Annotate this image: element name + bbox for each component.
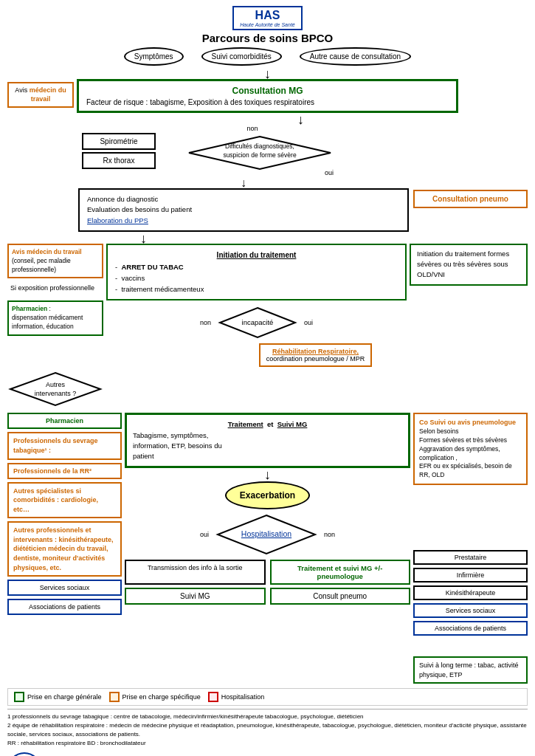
cosuivi-title: Co Suivi ou avis pneumologue [419,418,522,427]
hospitalisation-row: oui Hospitalisation non [125,512,410,557]
entry-symptomes: Symptômes [124,47,184,66]
header: HAS Haute Autorité de Santé Parcours de … [7,6,528,44]
transmission-box: Transmission des info à la sortie [125,560,266,585]
consult-mg-subtitle: Facteur de risque : tabagisme, Expositio… [86,98,449,106]
rehab-box: Réhabilitation Respiratoire, coordinatio… [259,343,373,367]
svg-text:Difficultés diagnostiques,: Difficultés diagnostiques, [225,142,294,150]
legend-hospitalisation: Hospitalisation [208,692,265,702]
svg-text:Autres: Autres [46,381,66,388]
diagnostic-row: ↓ Annonce du diagnostic Evaluation des b… [7,179,528,232]
rehab-subtitle: coordination pneumologue / MPR [266,355,365,362]
initiation-title: Initiation du traitement [115,250,398,261]
traitement-label: Traitement [228,420,263,428]
si-exposition-label: Si exposition professionnelle [10,284,103,292]
cosuivi-box: Co Suivi ou avis pneumologue Selon besoi… [413,413,528,485]
assoc-patients-right-box: Associations de patients [413,621,528,636]
entry-autre-cause: Autre cause de consultation [300,47,411,66]
traitement-medicamenteux: traitement médicamenteux [121,285,204,293]
kinesitherapeute-box: Kinésithérapeute [413,585,528,600]
exacerbation-box: Exacerbation [225,481,310,509]
arret-tabac: ARRET DU TABAC [121,263,183,271]
rehab-row: Réhabilitation Respiratoire, coordinatio… [7,343,528,367]
legend: Prise en charge générale Prise en charge… [7,688,528,706]
consult-pneumo-box: Consultation pneumo [413,190,528,208]
diagnostic-box: Annonce du diagnostic Evaluation des bes… [78,188,409,232]
traitement-suivi-mg-box: Traitement et suivi MG +/- pneumologue [270,560,411,585]
initiation-row: Avis médecin du travail (conseil, pec ma… [7,244,528,341]
services-sociaux-right-box: Services sociaux [413,603,528,618]
legend-hospitalisation-label: Hospitalisation [221,693,265,701]
center-panel: Traitement et Suivi MG Tabagisme, symptô… [125,413,410,684]
oui3-label: oui [200,531,209,538]
legend-red-box [208,692,218,702]
top-entries: Symptômes Suivi comorbidités Autre cause… [7,47,528,66]
left-panel: Pharmacien Professionnels du sevrage tab… [7,413,122,684]
right-panel: Co Suivi ou avis pneumologue Selon besoi… [413,413,528,684]
oui1-label: oui [186,169,334,176]
consult-mg-row: Avis médecin du travail Consultation MG … [7,79,528,113]
legend-specifique: Prise en charge spécifique [109,692,201,702]
autres-specialistes-box: Autres spécialistes si comorbidités : ca… [7,482,122,519]
incapacite-row: non incapacité oui [106,305,407,340]
legend-orange-box [109,692,120,702]
main-bottom-section: Pharmacien Professionnels du sevrage tab… [7,413,528,684]
rx-thorax-box: Rx thorax [82,152,156,169]
rehab-title: Réhabilitation Respiratoire, [272,348,359,355]
autres-intervenants-row: Autres intervenants ? [7,370,528,410]
has-subtitle: Haute Autorité de Santé [240,22,294,27]
autres-professionnels-box: Autres professionnels et intervenants : … [7,521,122,577]
svg-text:Hospitalisation: Hospitalisation [241,529,291,538]
svg-marker-5 [10,373,100,405]
oui2-label: oui [304,319,313,326]
arrow-to-diag: ↓ [78,179,409,187]
suivi-mg-box: Suivi MG [125,588,266,605]
entry-suivi-comorbidites: Suivi comorbidités [201,47,282,66]
arrow-to-exacerbation: ↓ [264,471,271,478]
services-sociaux-left-box: Services sociaux [7,580,122,596]
arrow-to-consult: ↓ [7,70,528,78]
initiation-right-box: Initiation du traitement formes sévères … [410,244,528,286]
consult-pneumo2-box: Consult pneumo [270,588,411,605]
svg-text:incapacité: incapacité [242,318,274,326]
hospitalisation-diamond-svg: Hospitalisation [215,512,318,557]
non3-label: non [324,531,335,538]
consult-mg-title: Consultation MG [86,86,449,96]
non1-label: non [246,125,258,132]
prestataire-box: Prestataire [413,550,528,565]
arrow-to-initiation: ↓ [140,235,528,242]
avis-medecin-label: médecin du travail [30,86,66,103]
vaccins: vaccins [121,274,145,282]
spiro-diamond-row: Spirométrie Rx thorax non Difficultés di… [7,125,528,176]
legend-generale-label: Prise en charge générale [27,693,102,701]
footnote2: 2 équipe de réhabilitation respiratoire … [7,721,528,739]
suivi-consult-row: Suivi MG Consult pneumo [125,588,410,605]
svg-text:intervenants ?: intervenants ? [35,390,77,397]
non2-label: non [200,319,211,326]
difficultes-diamond-svg: Difficultés diagnostiques, suspicion de … [186,134,334,172]
legend-generale: Prise en charge générale [14,692,102,702]
autres-intervenants-diamond-svg: Autres intervenants ? [7,370,103,408]
initiation-centre-box: Initiation du traitement - ARRET DU TABA… [106,244,407,301]
page: HAS Haute Autorité de Santé Parcours de … [0,0,535,756]
parcours-logo: ParcoursdeSoins [7,752,41,756]
parcours-logo-area: ParcoursdeSoins [7,752,528,756]
spirometrie-box: Spirométrie [82,133,156,150]
avis-travail-box: Avis médecin du travail [7,82,74,108]
svg-text:suspicion de forme sévère: suspicion de forme sévère [223,151,296,159]
footnote3: RR : réhabilitation respiratoire BD : br… [7,739,528,748]
prof-sevrage-box: Professionnels du sevrage tabagique¹ : [7,432,122,459]
footer-notes: 1 professionnels du sevrage tabagique : … [7,709,528,748]
has-title: HAS [240,9,294,22]
consult-mg-box: Consultation MG Facteur de risque : taba… [77,79,458,113]
pharmacien-left2-box: Pharmacien [7,413,122,429]
pharmacien-left-box: Pharmacien :dispensation médicamentinfor… [7,300,103,336]
arrow-to-spiro: ↓ [297,116,304,123]
transmission-traitement-row: Transmission des info à la sortie Traite… [125,560,410,585]
traitement-suivi-box: Traitement et Suivi MG Tabagisme, symptô… [125,413,410,468]
prof-rr-box: Professionnels de la RR² [7,463,122,479]
et-label: et [267,420,273,428]
footnote1: 1 professionnels du sevrage tabagique : … [7,712,528,721]
suivi-long-terme-box: Suivi à long terme : tabac, activité phy… [413,656,528,684]
infirmiere-box: Infirmière [413,568,528,583]
page-title: Parcours de soins BPCO [7,32,528,44]
